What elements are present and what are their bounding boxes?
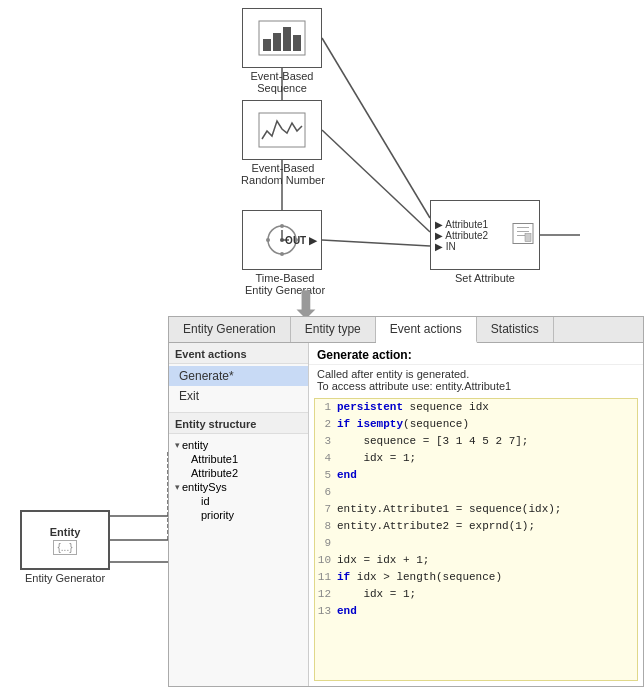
es-label-id: id [201, 495, 210, 507]
chevron-entitysys: ▾ [175, 482, 180, 492]
tab-entity-type[interactable]: Entity type [291, 317, 376, 342]
line-code: idx = 1; [337, 450, 637, 467]
entity-block: Entity {...} [20, 510, 110, 570]
svg-point-17 [280, 252, 284, 256]
line-code [337, 484, 637, 501]
svg-point-16 [280, 224, 284, 228]
event-item-exit[interactable]: Exit [169, 386, 308, 406]
line-number: 2 [315, 416, 337, 433]
line-code: if isempty(sequence) [337, 416, 637, 433]
code-line: 3 sequence = [3 1 4 5 2 7]; [315, 433, 637, 450]
line-code: end [337, 467, 637, 484]
time-based-entity-generator-block: OUT ▶ [242, 210, 322, 270]
panel-right: Generate action: Called after entity is … [309, 343, 643, 687]
line-number: 5 [315, 467, 337, 484]
svg-rect-9 [283, 27, 291, 51]
set-attribute-label: Set Attribute [440, 272, 530, 284]
es-item-attribute2: Attribute2 [169, 466, 308, 480]
tab-event-actions[interactable]: Event actions [376, 317, 477, 343]
entity-structure: Entity structure ▾ entity Attribute1 Att… [169, 412, 308, 526]
code-line: 6 [315, 484, 637, 501]
line-number: 3 [315, 433, 337, 450]
line-code: idx = idx + 1; [337, 552, 637, 569]
tabs-bar: Entity Generation Entity type Event acti… [169, 317, 643, 343]
chevron-entity: ▾ [175, 440, 180, 450]
line-number: 11 [315, 569, 337, 586]
line-number: 4 [315, 450, 337, 467]
line-number: 8 [315, 518, 337, 535]
panel-left: Event actions Generate* Exit Entity stru… [169, 343, 309, 687]
code-line: 5end [315, 467, 637, 484]
es-label-priority: priority [201, 509, 234, 521]
set-attribute-block: ▶ Attribute1 ▶ Attribute2 ▶ IN [430, 200, 540, 270]
event-list: Generate* Exit [169, 364, 308, 408]
info-line1: Called after entity is generated. [317, 368, 635, 380]
tab-entity-generation[interactable]: Entity Generation [169, 317, 291, 342]
generate-header: Generate action: [309, 343, 643, 365]
event-based-random-block [242, 100, 322, 160]
es-tree: ▾ entity Attribute1 Attribute2 ▾ entityS… [169, 434, 308, 522]
es-item-entitysys: ▾ entitySys [169, 480, 308, 494]
time-based-entity-generator-label: Time-BasedEntity Generator [220, 272, 350, 296]
code-line: 1persistent sequence idx [315, 399, 637, 416]
code-line: 12 idx = 1; [315, 586, 637, 603]
es-label-entitysys: entitySys [182, 481, 227, 493]
code-line: 4 idx = 1; [315, 450, 637, 467]
line-code: entity.Attribute1 = sequence(idx); [337, 501, 637, 518]
event-actions-label: Event actions [169, 343, 308, 364]
line-code [337, 535, 637, 552]
code-line: 10idx = idx + 1; [315, 552, 637, 569]
info-line2: To access attribute use: entity.Attribut… [317, 380, 635, 392]
wires-svg [0, 0, 644, 310]
diagram-area: Event-BasedSequence Event-BasedRandom Nu… [0, 0, 644, 310]
panel-body: Event actions Generate* Exit Entity stru… [169, 343, 643, 687]
line-number: 10 [315, 552, 337, 569]
svg-rect-24 [525, 234, 531, 242]
entity-structure-label: Entity structure [169, 412, 308, 434]
line-code: entity.Attribute2 = exprnd(1); [337, 518, 637, 535]
code-table: 1persistent sequence idx2if isempty(sequ… [315, 399, 637, 621]
line-code: idx = 1; [337, 586, 637, 603]
event-item-generate[interactable]: Generate* [169, 366, 308, 386]
code-area[interactable]: 1persistent sequence idx2if isempty(sequ… [314, 398, 638, 682]
svg-line-0 [322, 38, 430, 218]
line-number: 9 [315, 535, 337, 552]
es-item-priority: priority [169, 508, 308, 522]
panel-area: Entity Generation Entity type Event acti… [168, 316, 644, 687]
tab-statistics[interactable]: Statistics [477, 317, 554, 342]
line-number: 6 [315, 484, 337, 501]
entity-block-sub: {...} [53, 540, 76, 555]
line-number: 12 [315, 586, 337, 603]
entity-block-title: Entity [50, 526, 81, 538]
line-number: 7 [315, 501, 337, 518]
es-label-entity: entity [182, 439, 208, 451]
svg-point-15 [280, 238, 284, 242]
line-code: end [337, 603, 637, 620]
code-line: 2if isempty(sequence) [315, 416, 637, 433]
code-line: 9 [315, 535, 637, 552]
svg-rect-7 [263, 39, 271, 51]
svg-rect-8 [273, 33, 281, 51]
line-number: 13 [315, 603, 337, 620]
code-line: 13end [315, 603, 637, 620]
es-item-entity: ▾ entity [169, 438, 308, 452]
entity-gen-label: Entity Generator [10, 572, 120, 584]
generate-info: Called after entity is generated. To acc… [309, 365, 643, 395]
svg-line-2 [322, 240, 430, 246]
es-item-attribute1: Attribute1 [169, 452, 308, 466]
event-based-sequence-label: Event-BasedSequence [222, 70, 342, 94]
event-based-sequence-block [242, 8, 322, 68]
line-code: sequence = [3 1 4 5 2 7]; [337, 433, 637, 450]
svg-point-18 [266, 238, 270, 242]
code-line: 8entity.Attribute2 = exprnd(1); [315, 518, 637, 535]
code-line: 7entity.Attribute1 = sequence(idx); [315, 501, 637, 518]
line-code: persistent sequence idx [337, 399, 637, 416]
line-code: if idx > length(sequence) [337, 569, 637, 586]
svg-rect-10 [293, 35, 301, 51]
line-number: 1 [315, 399, 337, 416]
es-label-attribute1: Attribute1 [191, 453, 238, 465]
es-item-id: id [169, 494, 308, 508]
es-label-attribute2: Attribute2 [191, 467, 238, 479]
code-line: 11if idx > length(sequence) [315, 569, 637, 586]
event-based-random-label: Event-BasedRandom Number [218, 162, 348, 186]
